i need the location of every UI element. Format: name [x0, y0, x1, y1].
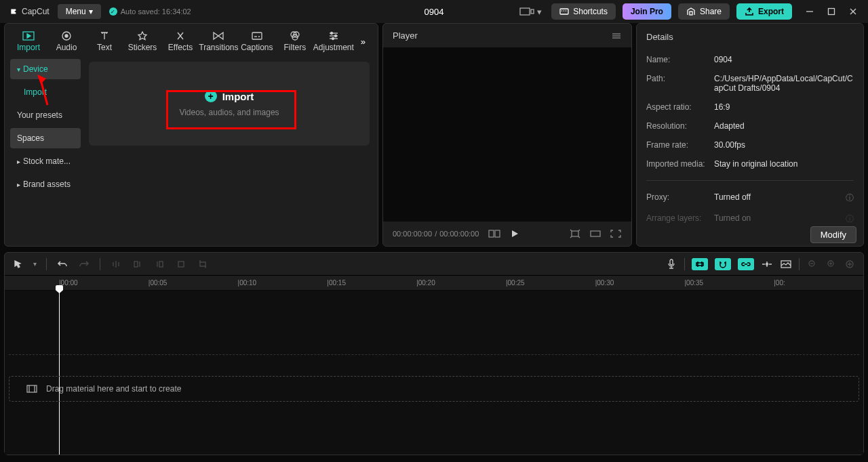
- preview-cut-button[interactable]: [761, 258, 773, 270]
- info-icon[interactable]: ⓘ: [846, 213, 854, 225]
- import-tab-icon: [21, 30, 36, 41]
- transitions-icon: [211, 30, 226, 41]
- delete-right-button[interactable]: [153, 258, 165, 270]
- timeline-tracks[interactable]: Drag material here and start to create: [5, 291, 863, 455]
- svg-rect-53: [27, 385, 37, 392]
- cursor-tool[interactable]: [12, 258, 24, 270]
- detail-label: Frame rate:: [646, 140, 714, 150]
- tab-effects[interactable]: Effects: [163, 28, 197, 55]
- timeline-panel: ▾ |00:00 |00:05 |00:10 |00:15 |00:20 |: [4, 252, 864, 455]
- redo-button[interactable]: [78, 258, 90, 270]
- crop-button[interactable]: [197, 258, 209, 270]
- player-controls: 00:00:00:00 / 00:00:00:00: [383, 222, 631, 246]
- cover-button[interactable]: [780, 258, 792, 270]
- track-toggle-link[interactable]: [738, 258, 754, 270]
- sidebar-label: Import: [24, 87, 47, 97]
- zoom-out-button[interactable]: [806, 258, 818, 270]
- zoom-fit-button[interactable]: [844, 258, 856, 270]
- export-label: Export: [758, 7, 784, 16]
- undo-button[interactable]: [56, 258, 68, 270]
- tabs-expand-button[interactable]: »: [355, 31, 371, 52]
- export-button[interactable]: Export: [736, 3, 792, 20]
- detail-value: 30.00fps: [714, 140, 854, 150]
- svg-point-25: [332, 38, 334, 40]
- ratio-button[interactable]: ▾: [517, 3, 545, 20]
- tab-audio[interactable]: Audio: [50, 28, 83, 55]
- delete-button[interactable]: [175, 258, 187, 270]
- effects-icon: [173, 30, 188, 41]
- tab-text[interactable]: Text: [87, 28, 121, 55]
- detail-label: Aspect ratio:: [646, 102, 714, 112]
- fullscreen-icon[interactable]: [610, 229, 622, 238]
- ratio-picker-icon[interactable]: [589, 229, 601, 238]
- scale-icon[interactable]: [569, 229, 581, 238]
- total-time: 00:00:00:00: [439, 230, 479, 238]
- svg-rect-0: [520, 8, 530, 15]
- text-icon: [97, 30, 112, 41]
- zoom-in-button[interactable]: [825, 258, 837, 270]
- tab-filters[interactable]: Filters: [278, 28, 312, 55]
- tab-stickers[interactable]: Stickers: [125, 28, 159, 55]
- keyboard-icon: [559, 7, 569, 16]
- sticker-icon: [135, 30, 150, 41]
- tab-label: Filters: [284, 43, 307, 52]
- tab-captions[interactable]: Captions: [240, 28, 274, 55]
- ratio-icon: [519, 6, 534, 17]
- sidebar-item-presets[interactable]: Your presets: [10, 105, 81, 125]
- caret-down-icon: ▾: [17, 66, 20, 73]
- sidebar-item-import[interactable]: Import: [10, 82, 81, 102]
- sidebar-item-device[interactable]: ▾Device: [10, 59, 81, 79]
- filters-icon: [288, 30, 302, 41]
- timeline-ruler[interactable]: |00:00 |00:05 |00:10 |00:15 |00:20 |00:2…: [5, 276, 863, 291]
- svg-point-13: [65, 35, 68, 37]
- track-toggle-main[interactable]: [692, 258, 708, 270]
- split-button[interactable]: [110, 258, 122, 270]
- track-toggle-magnet[interactable]: [715, 258, 731, 270]
- details-panel: Details Name:0904 Path:C:/Users/HP/AppDa…: [636, 23, 864, 247]
- sidebar-label: Your presets: [17, 110, 62, 120]
- delete-left-button[interactable]: [132, 258, 144, 270]
- player-menu-icon[interactable]: [611, 32, 622, 40]
- player-viewport[interactable]: [383, 47, 631, 222]
- annotation-box: [166, 90, 296, 129]
- close-button[interactable]: [848, 6, 859, 17]
- ruler-tick: |00:30: [595, 279, 685, 287]
- play-button[interactable]: [510, 229, 519, 238]
- tab-adjustment[interactable]: Adjustment: [316, 28, 351, 55]
- sidebar-item-brand[interactable]: ▸Brand assets: [10, 174, 81, 194]
- detail-label: Proxy:: [646, 192, 714, 204]
- track-drop-zone[interactable]: Drag material here and start to create: [9, 376, 859, 402]
- svg-rect-30: [495, 230, 500, 237]
- info-icon[interactable]: ⓘ: [846, 192, 854, 204]
- shortcuts-label: Shortcuts: [573, 7, 608, 16]
- maximize-button[interactable]: [826, 6, 837, 17]
- modify-button[interactable]: Modify: [810, 226, 856, 243]
- autosave-text: Auto saved: 16:34:02: [121, 7, 191, 16]
- sidebar-item-spaces[interactable]: Spaces: [10, 128, 81, 148]
- audio-icon: [59, 30, 74, 41]
- menu-button[interactable]: Menu ▾: [58, 4, 101, 19]
- compare-icon[interactable]: [488, 229, 500, 238]
- timeline-toolbar: ▾: [5, 253, 863, 276]
- minimize-button[interactable]: [804, 6, 815, 17]
- ruler-tick: |00:35: [684, 279, 774, 287]
- playhead[interactable]: [59, 291, 60, 455]
- sidebar-item-stock[interactable]: ▸Stock mate...: [10, 151, 81, 171]
- playback-time: 00:00:00:00 / 00:00:00:00: [393, 230, 479, 238]
- tab-label: Audio: [56, 43, 77, 52]
- tab-transitions[interactable]: Transitions: [201, 28, 236, 55]
- logo-text: CapCut: [22, 7, 50, 16]
- separator: [646, 180, 854, 181]
- project-title[interactable]: 0904: [425, 7, 444, 17]
- svg-rect-36: [134, 261, 138, 267]
- time-separator: /: [435, 230, 437, 238]
- caret-right-icon: ▸: [17, 181, 20, 188]
- import-drop-area[interactable]: + Import Videos, audios, and images: [89, 62, 370, 146]
- mic-button[interactable]: [665, 258, 677, 270]
- shortcuts-button[interactable]: Shortcuts: [551, 3, 616, 20]
- app-logo[interactable]: CapCut: [9, 7, 50, 16]
- tab-import[interactable]: Import: [12, 28, 45, 55]
- chevron-down-icon[interactable]: ▾: [33, 260, 37, 268]
- join-pro-button[interactable]: Join Pro: [623, 3, 671, 20]
- share-button[interactable]: Share: [678, 3, 730, 20]
